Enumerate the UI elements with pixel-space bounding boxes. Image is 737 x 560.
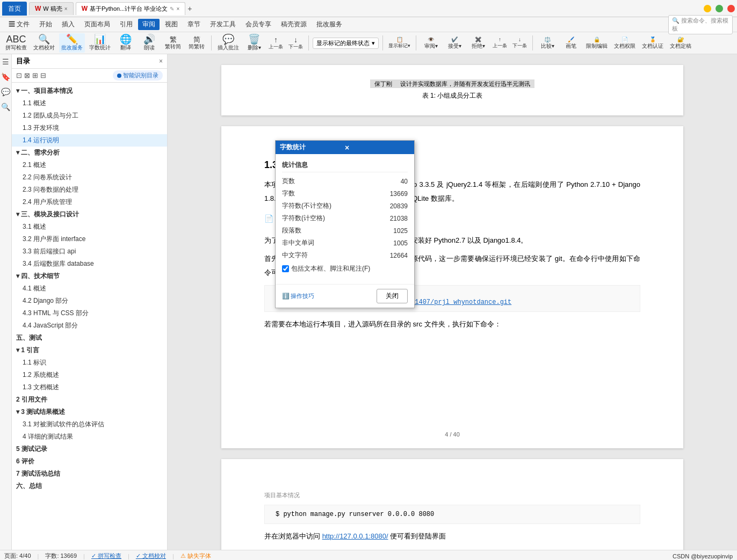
toc-item-ref-6[interactable]: 6 评价 [12, 455, 167, 468]
menu-devtools[interactable]: 开发工具 [206, 19, 240, 30]
nav-icon[interactable]: ☰ [1, 56, 10, 67]
toc-item-sec-1[interactable]: ▾ 一、项目基本情况 [12, 85, 167, 97]
toc-expand-one[interactable]: ⊞ [32, 71, 38, 79]
status-spellcheck[interactable]: ✓ 拼写检查 [91, 552, 121, 560]
insert-comment-btn[interactable]: 💬 插入批注 [215, 33, 241, 53]
menu-resources[interactable]: 稿壳资源 [277, 19, 311, 30]
reject-btn[interactable]: ✖️ 拒绝▾ [467, 35, 489, 51]
toc-smart-btn[interactable]: 智能识别目录 [113, 70, 163, 81]
menu-member[interactable]: 会员专享 [241, 19, 276, 30]
restrict-edit-btn[interactable]: 🔒 限制编辑 [584, 35, 610, 51]
toc-item-sec-4-1[interactable]: 4.1 概述 [12, 282, 167, 295]
menu-correction[interactable]: 批改服务 [312, 19, 346, 30]
toc-item-ref-1-3[interactable]: 1.3 文档概述 [12, 381, 167, 394]
doc-rights-btn[interactable]: 📄 文档权限 [612, 35, 638, 51]
search-side-icon[interactable]: 🔍 [0, 101, 11, 112]
review-btn[interactable]: 👁️ 审阅▾ [420, 35, 442, 51]
status-doccheck[interactable]: ✓ 文档校对 [136, 552, 166, 560]
toc-item-sec-2-1[interactable]: 2.1 概述 [12, 159, 167, 171]
toc-item-ref-2[interactable]: 2 引用文件 [12, 394, 167, 406]
toc-item-sec-1-1[interactable]: 1.1 概述 [12, 97, 167, 110]
readout-btn[interactable]: 🔊 朗读 [139, 33, 160, 53]
window-maximize[interactable] [716, 5, 723, 12]
toc-expand-all[interactable]: ⊡ [16, 71, 22, 79]
simp-trad-btn[interactable]: 简 简繁转 [186, 35, 207, 52]
toc-item-ref-7[interactable]: 7 测试活动总结 [12, 468, 167, 480]
correction-btn[interactable]: ✏️ 批改服务 [59, 33, 85, 53]
menu-layout[interactable]: 页面布局 [80, 19, 114, 30]
wordcount-btn[interactable]: 📊 字数统计 [87, 33, 113, 53]
dialog-label-paras: 段落数 [282, 226, 341, 235]
toc-item-ref-5[interactable]: 5 测试记录 [12, 443, 167, 455]
toc-item-ref-1[interactable]: ▾ 1 引言 [12, 344, 167, 357]
toc-item-sec-3-3[interactable]: 3.3 前后端接口 api [12, 245, 167, 258]
next-change-btn[interactable]: ↓ 下一条 [511, 35, 529, 50]
menu-view[interactable]: 视图 [161, 19, 182, 30]
toc-item-sec-1-4[interactable]: 1.4 运行说明 [12, 134, 167, 147]
window-minimize[interactable] [704, 5, 711, 12]
prev-comment-btn[interactable]: ↑ 上一条 [267, 35, 285, 52]
toc-item-ref-3[interactable]: ▾ 3 测试结果概述 [12, 406, 167, 418]
display-markup-btn[interactable]: 📋 显示标记▾ [387, 35, 412, 50]
toc-item-ref-1-2[interactable]: 1.2 系统概述 [12, 369, 167, 381]
bookmark-icon[interactable]: 🔖 [0, 71, 11, 82]
comment-side-icon[interactable]: 💬 [0, 86, 11, 97]
toc-collapse-one[interactable]: ⊟ [40, 71, 46, 79]
prev-change-btn[interactable]: ↑ 上一条 [491, 35, 509, 50]
dialog-close-button[interactable]: 关闭 [377, 289, 408, 303]
doccheck-btn[interactable]: 🔍 文档校对 [31, 33, 57, 53]
toc-item-sec-1-2[interactable]: 1.2 团队成员与分工 [12, 110, 167, 122]
tab-1[interactable]: W W 稿壳 × [29, 2, 74, 15]
toc-item-ref-4[interactable]: 4 详细的测试结果 [12, 431, 167, 443]
toc-item-sec-3-2[interactable]: 3.2 用户界面 interface [12, 233, 167, 245]
toc-item-sec-4[interactable]: ▾ 四、技术细节 [12, 270, 167, 282]
toc-item-sec-2-2[interactable]: 2.2 问卷系统设计 [12, 171, 167, 184]
menu-insert[interactable]: 插入 [57, 19, 79, 30]
delete-btn[interactable]: 🗑️ 删除▾ [243, 33, 265, 53]
toc-item-sec-3-1[interactable]: 3.1 概述 [12, 221, 167, 233]
tab-2[interactable]: W 基于Python...计平台 毕业论文 ✎ × [76, 2, 186, 15]
menu-file[interactable]: ☰ 文件 [4, 19, 34, 30]
status-sep-4: | [172, 553, 174, 559]
next-comment-btn[interactable]: ↓ 下一条 [287, 35, 305, 52]
toc-item-sec-4-3[interactable]: 4.3 HTML 与 CSS 部分 [12, 307, 167, 319]
toc-item-sec-4-2[interactable]: 4.2 Django 部分 [12, 295, 167, 307]
toc-item-sec-2-3[interactable]: 2.3 问卷数据的处理 [12, 184, 167, 196]
toc-item-sec-2-4[interactable]: 2.4 用户系统管理 [12, 196, 167, 208]
spellcheck-btn[interactable]: ABC 拼写检查 [3, 33, 29, 53]
toc-item-sec-3-4[interactable]: 3.4 后端数据库 database [12, 258, 167, 270]
toc-item-sec-1-3[interactable]: 1.3 开发环境 [12, 122, 167, 134]
accept-label: 接受▾ [448, 42, 461, 50]
include-textbox-checkbox[interactable] [282, 265, 289, 272]
toc-item-sec-5[interactable]: 五、测试 [12, 332, 167, 344]
tab-2-close[interactable]: × [176, 6, 179, 12]
menu-search-input[interactable]: 🔍 搜索命令、搜索模板 [668, 15, 733, 34]
tab-home[interactable]: 首页 [2, 2, 27, 16]
toc-item-ref-3-1[interactable]: 3.1 对被测试软件的总体评估 [12, 418, 167, 431]
link-localhost[interactable]: http://127.0.0.1:8080/ [322, 532, 388, 540]
toc-item-sec-4-4[interactable]: 4.4 JavaScript 部分 [12, 319, 167, 332]
display-status-dropdown[interactable]: 显示标记的最终状态 ▾ [313, 38, 379, 49]
toc-close-btn[interactable]: × [159, 57, 163, 65]
toc-item-sec-6[interactable]: 六、总结 [12, 480, 167, 492]
doc-auth-btn[interactable]: 🏅 文档认证 [640, 35, 666, 51]
dialog-close-btn[interactable]: × [345, 143, 410, 152]
menu-start[interactable]: 开始 [35, 19, 56, 30]
toc-collapse-all[interactable]: ⊠ [24, 71, 30, 79]
doc-final-btn[interactable]: 🔐 文档定稿 [668, 35, 693, 51]
menu-ref[interactable]: 引用 [115, 19, 137, 30]
toc-item-sec-2[interactable]: ▾ 二、需求分析 [12, 147, 167, 159]
menu-chapter[interactable]: 章节 [183, 19, 205, 30]
menu-review[interactable]: 审阅 [138, 19, 160, 30]
trad-simp-btn[interactable]: 繁 繁转简 [162, 35, 184, 52]
tab-add-button[interactable]: + [187, 4, 192, 13]
brush-btn[interactable]: 🖌️ 画笔 [560, 35, 582, 51]
window-close[interactable] [727, 5, 735, 12]
translate-btn[interactable]: 🌐 翻译 [115, 33, 136, 53]
tab-1-close[interactable]: × [64, 6, 68, 12]
dialog-tips-link[interactable]: ℹ️ 操作技巧 [282, 292, 314, 300]
toc-item-ref-1-1[interactable]: 1.1 标识 [12, 357, 167, 369]
accept-btn[interactable]: ✔️ 接受▾ [444, 35, 465, 51]
compare-btn[interactable]: ⚖️ 比较▾ [537, 35, 558, 51]
toc-item-sec-3[interactable]: ▾ 三、模块及接口设计 [12, 208, 167, 221]
